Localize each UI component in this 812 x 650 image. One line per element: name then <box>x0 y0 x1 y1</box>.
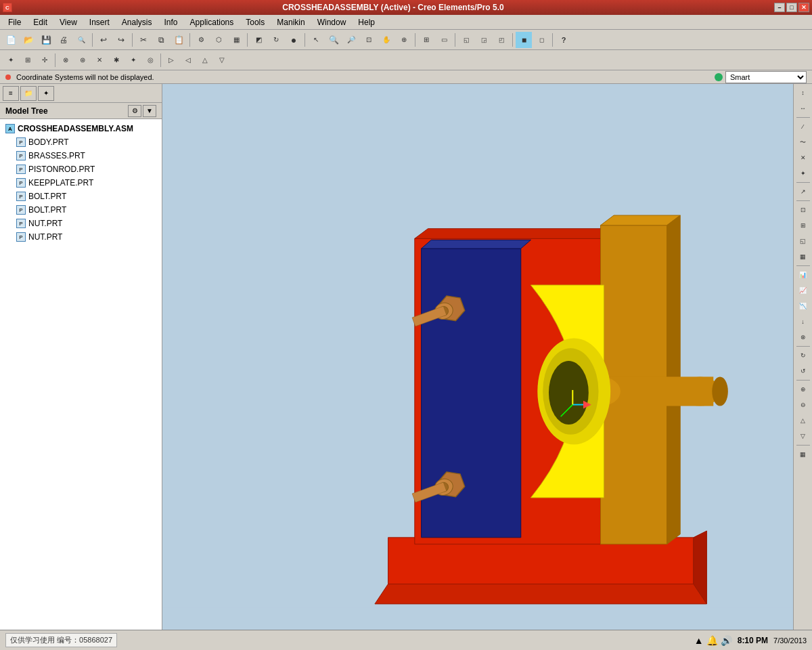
rt-btn-12[interactable]: 📊 <box>796 267 811 282</box>
undo-button[interactable]: ↩ <box>95 32 112 48</box>
rt-btn-18[interactable]: ↺ <box>796 364 811 378</box>
menu-manikin[interactable]: Manikin <box>271 16 310 28</box>
rt-btn-6[interactable]: ✦ <box>796 166 811 181</box>
rt-btn-17[interactable]: ↻ <box>796 348 811 363</box>
circle-btn[interactable]: ● <box>286 32 302 48</box>
tree-item-bolt1[interactable]: P BOLT.PRT <box>11 190 162 203</box>
tb2-btn1[interactable]: ✦ <box>3 52 19 68</box>
tree-item-pistonrod[interactable]: P PISTONROD.PRT <box>11 162 162 176</box>
paste-button[interactable]: 📋 <box>171 32 187 48</box>
rt-btn-13[interactable]: 📈 <box>796 283 811 298</box>
tree-settings-btn[interactable]: ⚙ <box>128 105 141 117</box>
view-btn-c[interactable]: ◰ <box>493 32 510 48</box>
rt-btn-5[interactable]: ✕ <box>796 150 811 165</box>
rt-btn-9[interactable]: ⊞ <box>796 218 811 233</box>
tb2-btn4[interactable]: ⊗ <box>58 52 74 68</box>
rt-btn-4[interactable]: 〜 <box>796 135 811 150</box>
cut-button[interactable]: ✂ <box>135 32 152 48</box>
3d-viewport[interactable] <box>162 84 793 630</box>
spin-btn[interactable]: ↻ <box>268 32 284 48</box>
zoom-in-btn[interactable]: 🔍 <box>325 32 342 48</box>
tb2-btn11[interactable]: ◁ <box>180 52 196 68</box>
new-button[interactable]: 📄 <box>3 32 19 48</box>
rt-btn-19[interactable]: ⊕ <box>796 382 811 397</box>
rt-btn-14[interactable]: 📉 <box>796 299 811 313</box>
rt-btn-23[interactable]: ▦ <box>796 447 811 462</box>
panel-tab-1[interactable]: ≡ <box>3 86 19 101</box>
rt-btn-8[interactable]: ⊡ <box>796 202 811 217</box>
tree-item-nut1[interactable]: P NUT.PRT <box>11 217 162 230</box>
print-preview-button[interactable]: 🔍 <box>73 32 89 48</box>
rt-sep-3 <box>796 200 810 201</box>
minimize-button[interactable]: – <box>774 3 785 12</box>
tb2-btn8[interactable]: ✦ <box>125 52 141 68</box>
tree-item-nut2[interactable]: P NUT.PRT <box>11 230 162 244</box>
tree-root-item[interactable]: A CROSSHEADASSEMBLY.ASM <box>0 122 162 135</box>
menu-insert[interactable]: Insert <box>84 16 115 28</box>
tree-item-bolt2[interactable]: P BOLT.PRT <box>11 203 162 217</box>
tree-item-brasses[interactable]: P BRASSES.PRT <box>11 149 162 162</box>
tb2-btn12[interactable]: △ <box>197 52 213 68</box>
structure-btn[interactable]: ▦ <box>228 32 244 48</box>
rt-btn-15[interactable]: ↓ <box>796 314 811 329</box>
copy-button[interactable]: ⧉ <box>153 32 169 48</box>
rt-btn-16[interactable]: ⊗ <box>796 330 811 345</box>
panel-tab-2[interactable]: 📁 <box>20 86 37 101</box>
tb2-btn13[interactable]: ▽ <box>214 52 230 68</box>
menu-view[interactable]: View <box>54 16 83 28</box>
zoom-fit-btn[interactable]: ⊡ <box>361 32 377 48</box>
view-btn-a[interactable]: ◱ <box>458 32 474 48</box>
model-tree-header: Model Tree ⚙ ▼ <box>0 103 162 119</box>
tb2-btn5[interactable]: ⊛ <box>74 52 91 68</box>
zoom-out-btn[interactable]: 🔎 <box>343 32 359 48</box>
datum-btn[interactable]: ⊞ <box>418 32 434 48</box>
display-btn-a[interactable]: ◼ <box>516 32 532 48</box>
rt-btn-1[interactable]: ↕ <box>796 85 811 100</box>
plane-btn[interactable]: ▭ <box>436 32 452 48</box>
menu-file[interactable]: File <box>3 16 26 28</box>
rt-btn-3[interactable]: ⁄ <box>796 119 811 134</box>
menu-info[interactable]: Info <box>159 16 183 28</box>
menu-tools[interactable]: Tools <box>240 16 270 28</box>
maximize-button[interactable]: □ <box>786 3 797 12</box>
menu-edit[interactable]: Edit <box>28 16 53 28</box>
menu-analysis[interactable]: Analysis <box>116 16 158 28</box>
rt-btn-10[interactable]: ◱ <box>796 234 811 248</box>
tb2-btn3[interactable]: ✢ <box>37 52 53 68</box>
tb2-btn2[interactable]: ⊞ <box>20 52 36 68</box>
view-btn-b[interactable]: ◲ <box>476 32 492 48</box>
rt-btn-7[interactable]: ↗ <box>796 184 811 199</box>
close-button[interactable]: ✕ <box>798 3 809 12</box>
tree-item-keepplate[interactable]: P KEEPPLATE.PRT <box>11 176 162 190</box>
assembly-btn[interactable]: ⚙ <box>193 32 209 48</box>
tree-item-body[interactable]: P BODY.PRT <box>11 135 162 149</box>
display-btn-b[interactable]: ◻ <box>533 32 549 48</box>
rt-btn-11[interactable]: ▦ <box>796 249 811 264</box>
rt-btn-2[interactable]: ↔ <box>796 101 811 116</box>
component-btn[interactable]: ⬡ <box>210 32 227 48</box>
selection-filter-dropdown[interactable]: Smart Geometry Features Components <box>725 71 807 83</box>
menu-window[interactable]: Window <box>312 16 352 28</box>
select-btn[interactable]: ↖ <box>308 32 324 48</box>
sys-icon-2: 🔔 <box>706 635 718 646</box>
print-button[interactable]: 🖨 <box>55 32 72 48</box>
open-button[interactable]: 📂 <box>20 32 37 48</box>
redo-button[interactable]: ↪ <box>113 32 129 48</box>
menu-applications[interactable]: Applications <box>185 16 240 28</box>
tb2-btn6[interactable]: ✕ <box>91 52 108 68</box>
pan-btn[interactable]: ✋ <box>378 32 394 48</box>
right-toolbar: ↕ ↔ ⁄ 〜 ✕ ✦ ↗ ⊡ ⊞ ◱ ▦ 📊 📈 📉 ↓ ⊗ ↻ ↺ ⊕ ⊖ … <box>793 84 812 630</box>
view3d-btn[interactable]: ◩ <box>250 32 267 48</box>
menu-help[interactable]: Help <box>353 16 380 28</box>
save-button[interactable]: 💾 <box>38 32 54 48</box>
panel-tab-3[interactable]: ✦ <box>38 86 54 101</box>
rt-btn-22[interactable]: ▽ <box>796 429 811 443</box>
tree-menu-btn[interactable]: ▼ <box>143 105 156 117</box>
tb2-btn9[interactable]: ◎ <box>142 52 158 68</box>
help-btn[interactable]: ? <box>556 32 572 48</box>
orient-btn[interactable]: ⊕ <box>396 32 412 48</box>
tb2-btn10[interactable]: ▷ <box>163 52 179 68</box>
rt-btn-20[interactable]: ⊖ <box>796 397 811 412</box>
rt-btn-21[interactable]: △ <box>796 413 811 428</box>
tb2-btn7[interactable]: ✱ <box>108 52 125 68</box>
